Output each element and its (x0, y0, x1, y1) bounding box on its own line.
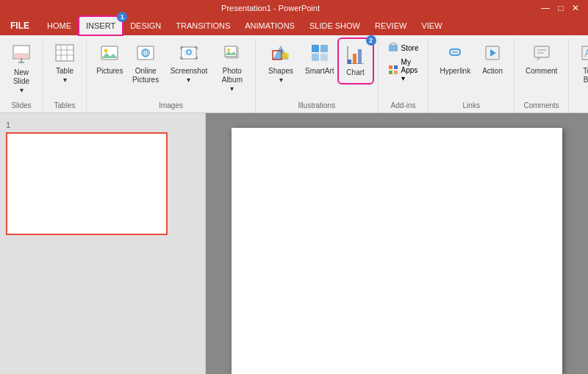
action-label: Action (482, 67, 503, 76)
store-label: Store (401, 44, 419, 52)
svg-rect-44 (389, 71, 392, 74)
main-area: 1 (0, 113, 588, 374)
store-item[interactable]: Store (384, 40, 423, 56)
comments-group-label: Comments (517, 100, 565, 112)
screenshot-button[interactable]: Screenshot ▾ (165, 40, 214, 88)
myapps-label: My Apps ▾ (401, 58, 419, 82)
photo-album-button[interactable]: PhotoAlbum ▾ (215, 40, 249, 97)
textbox-icon: A (581, 43, 588, 65)
slide-thumbnail[interactable] (6, 132, 168, 235)
pictures-icon (100, 43, 119, 65)
addins-group-label: Add-ins (381, 100, 426, 112)
screenshot-icon (179, 43, 198, 65)
menu-bar: FILE HOME INSERT 1 DESIGN TRANSITIONS AN… (0, 16, 588, 35)
new-slide-button[interactable]: NewSlide ▾ (6, 40, 37, 98)
action-icon (483, 43, 502, 65)
svg-rect-36 (348, 60, 351, 64)
smartart-button[interactable]: SmartArt (301, 40, 338, 79)
slides-group-label: Slides (3, 100, 40, 112)
ribbon-group-images: Pictures OnlinePictures Screenshot ▾ Pho… (87, 38, 256, 112)
smartart-icon (310, 43, 329, 65)
ribbon: NewSlide ▾ Slides Table ▾ Tables Picture… (0, 35, 588, 113)
svg-rect-32 (312, 45, 319, 52)
svg-rect-41 (389, 45, 398, 51)
online-pictures-button[interactable]: OnlinePictures (129, 40, 163, 88)
slide-number: 1 (6, 121, 199, 129)
ribbon-group-illustrations: Shapes ▾ SmartArt Chart 2 Illustrations (256, 38, 378, 112)
window-controls: — □ ✕ (541, 3, 582, 13)
svg-point-28 (227, 48, 230, 51)
canvas-area (206, 113, 588, 374)
file-tab[interactable]: FILE (0, 16, 40, 35)
addins-items: Store My Apps ▾ (384, 40, 423, 84)
hyperlink-icon (445, 43, 465, 65)
tab-slideshow[interactable]: SLIDE SHOW (302, 16, 368, 35)
title-bar: Presentation1 - PowerPoint — □ ✕ (0, 0, 588, 16)
ribbon-group-text: A TextBox Header& Footer A WordArt ▾ 15 (569, 38, 588, 112)
hyperlink-label: Hyperlink (440, 67, 470, 76)
ribbon-group-addins: Store My Apps ▾ Add-ins (379, 38, 429, 112)
store-icon (388, 42, 398, 54)
myapps-item[interactable]: My Apps ▾ (384, 56, 423, 84)
chart-icon (346, 45, 365, 67)
table-icon (54, 43, 75, 65)
tab-review[interactable]: REVIEW (368, 16, 414, 35)
online-pictures-label: OnlinePictures (132, 67, 159, 84)
text-group-label: Text (572, 100, 588, 112)
hyperlink-button[interactable]: Hyperlink (434, 40, 476, 79)
tables-group-label: Tables (46, 100, 83, 112)
svg-rect-42 (389, 65, 392, 69)
pictures-label: Pictures (96, 67, 123, 76)
ribbon-group-links: Hyperlink Action Links (429, 38, 514, 112)
svg-rect-37 (353, 54, 356, 64)
chart-label: Chart (346, 68, 364, 77)
screenshot-label: Screenshot ▾ (170, 67, 209, 84)
textbox-button[interactable]: A TextBox (575, 40, 588, 88)
svg-rect-45 (394, 71, 398, 74)
photo-album-icon (223, 43, 242, 65)
ribbon-group-tables: Table ▾ Tables (43, 38, 87, 112)
chart-button[interactable]: Chart (341, 41, 370, 81)
svg-point-31 (282, 52, 289, 60)
svg-rect-34 (312, 54, 319, 61)
photo-album-label: PhotoAlbum ▾ (220, 67, 244, 93)
tab-transitions[interactable]: TRANSITIONS (168, 16, 237, 35)
new-slide-label: NewSlide ▾ (11, 68, 32, 95)
svg-point-10 (104, 49, 108, 53)
online-pictures-icon (136, 43, 155, 65)
comment-button[interactable]: Comment (520, 40, 562, 79)
tab-home[interactable]: HOME (40, 16, 79, 35)
svg-rect-38 (358, 49, 362, 64)
shapes-button[interactable]: Shapes ▾ (262, 40, 300, 88)
app-title: Presentation1 - PowerPoint (0, 4, 541, 12)
chart-highlight-container: Chart 2 (340, 40, 372, 82)
svg-marker-48 (490, 49, 496, 57)
illustrations-group-label: Illustrations (259, 100, 374, 112)
svg-rect-4 (56, 45, 74, 61)
pictures-button[interactable]: Pictures (93, 40, 127, 79)
shapes-icon (271, 43, 290, 65)
shapes-label: Shapes ▾ (267, 67, 295, 84)
svg-rect-43 (394, 65, 398, 69)
svg-rect-35 (320, 54, 328, 61)
smartart-label: SmartArt (305, 67, 334, 76)
svg-text:A: A (584, 48, 588, 59)
slide-panel: 1 (0, 113, 206, 374)
svg-rect-33 (320, 45, 328, 52)
table-label: Table ▾ (54, 67, 75, 84)
ribbon-group-comments: Comment Comments (514, 38, 569, 112)
tab-view[interactable]: VIEW (414, 16, 449, 35)
tab-insert[interactable]: INSERT 1 (79, 16, 123, 35)
images-group-label: Images (90, 100, 252, 112)
comment-icon (532, 43, 551, 65)
links-group-label: Links (431, 100, 510, 112)
tab-design[interactable]: DESIGN (123, 16, 168, 35)
tab-animations[interactable]: ANIMATIONS (237, 16, 302, 35)
table-button[interactable]: Table ▾ (49, 40, 80, 88)
ribbon-group-slides: NewSlide ▾ Slides (0, 38, 43, 112)
slide-canvas[interactable] (232, 128, 562, 374)
comment-label: Comment (526, 67, 557, 76)
new-slide-icon (11, 43, 32, 67)
textbox-label: TextBox (583, 67, 588, 84)
action-button[interactable]: Action (477, 40, 508, 79)
